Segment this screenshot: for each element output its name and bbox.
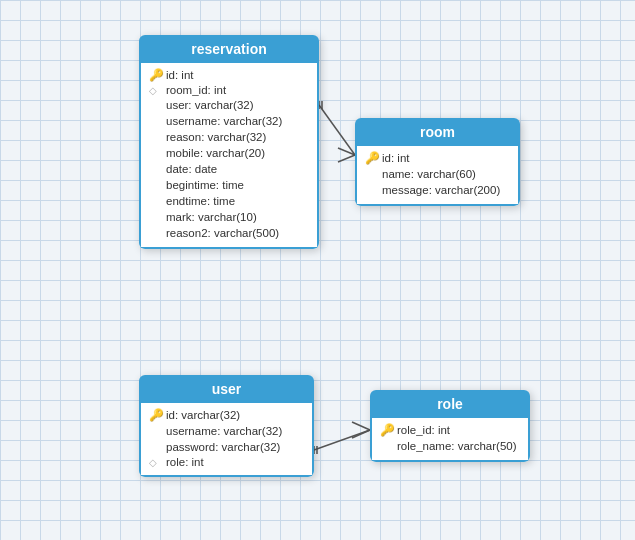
diamond-icon: ◇ — [149, 457, 163, 468]
spacer-icon — [149, 424, 163, 438]
field-message: message: varchar(200) — [365, 182, 510, 198]
user-table: user 🔑 id: varchar(32) username: varchar… — [139, 375, 314, 477]
key-icon: 🔑 — [380, 423, 394, 437]
svg-line-2 — [338, 155, 355, 162]
spacer-icon — [149, 162, 163, 176]
field-room_id: ◇ room_id: int — [149, 83, 309, 97]
svg-line-0 — [319, 105, 355, 155]
spacer-icon — [149, 440, 163, 454]
reservation-header: reservation — [139, 35, 319, 63]
role-header: role — [370, 390, 530, 418]
svg-line-7 — [352, 430, 370, 438]
reservation-body: 🔑 id: int ◇ room_id: int user: varchar(3… — [139, 63, 319, 249]
spacer-icon — [149, 226, 163, 240]
field-reason2: reason2: varchar(500) — [149, 225, 309, 241]
svg-line-1 — [338, 148, 355, 155]
key-icon: 🔑 — [149, 408, 163, 422]
field-begintime: begintime: time — [149, 177, 309, 193]
spacer-icon — [149, 210, 163, 224]
role-body: 🔑 role_id: int role_name: varchar(50) — [370, 418, 530, 462]
field-id: 🔑 id: int — [365, 150, 510, 166]
spacer-icon — [149, 98, 163, 112]
role-table: role 🔑 role_id: int role_name: varchar(5… — [370, 390, 530, 462]
spacer-icon — [365, 167, 379, 181]
svg-line-6 — [352, 422, 370, 430]
field-username: username: varchar(32) — [149, 113, 309, 129]
user-body: 🔑 id: varchar(32) username: varchar(32) … — [139, 403, 314, 477]
spacer-icon — [365, 183, 379, 197]
field-date: date: date — [149, 161, 309, 177]
spacer-icon — [149, 178, 163, 192]
spacer-icon — [149, 114, 163, 128]
room-table: room 🔑 id: int name: varchar(60) message… — [355, 118, 520, 206]
field-password: password: varchar(32) — [149, 439, 304, 455]
user-header: user — [139, 375, 314, 403]
room-body: 🔑 id: int name: varchar(60) message: var… — [355, 146, 520, 206]
spacer-icon — [380, 439, 394, 453]
room-header: room — [355, 118, 520, 146]
field-username: username: varchar(32) — [149, 423, 304, 439]
spacer-icon — [149, 130, 163, 144]
key-icon: 🔑 — [149, 68, 163, 82]
svg-line-5 — [314, 430, 370, 450]
diamond-icon: ◇ — [149, 85, 163, 96]
field-name: name: varchar(60) — [365, 166, 510, 182]
field-user: user: varchar(32) — [149, 97, 309, 113]
spacer-icon — [149, 194, 163, 208]
field-id: 🔑 id: int — [149, 67, 309, 83]
key-icon: 🔑 — [365, 151, 379, 165]
field-role_name: role_name: varchar(50) — [380, 438, 520, 454]
field-mobile: mobile: varchar(20) — [149, 145, 309, 161]
field-reason: reason: varchar(32) — [149, 129, 309, 145]
field-mark: mark: varchar(10) — [149, 209, 309, 225]
field-id: 🔑 id: varchar(32) — [149, 407, 304, 423]
spacer-icon — [149, 146, 163, 160]
field-role: ◇ role: int — [149, 455, 304, 469]
reservation-table: reservation 🔑 id: int ◇ room_id: int use… — [139, 35, 319, 249]
field-endtime: endtime: time — [149, 193, 309, 209]
field-role_id: 🔑 role_id: int — [380, 422, 520, 438]
